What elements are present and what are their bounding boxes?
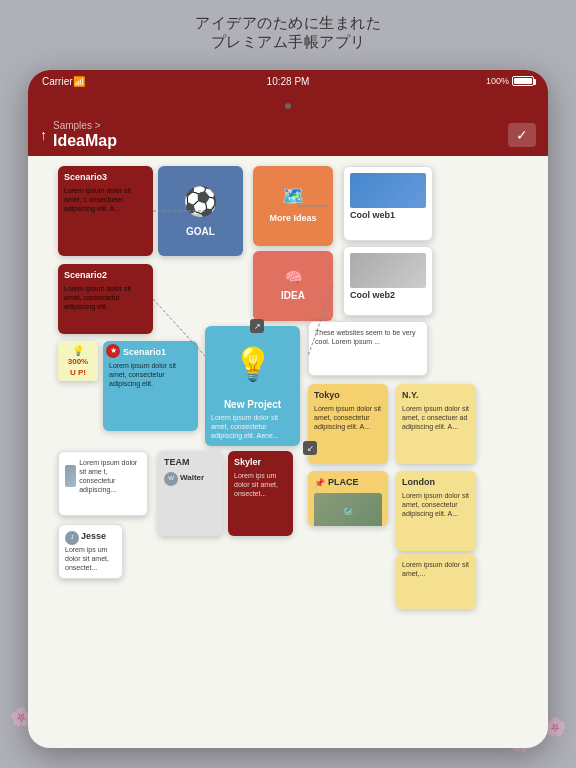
new-project-title: New Project bbox=[211, 398, 294, 411]
tokyo-title: Tokyo bbox=[314, 390, 382, 402]
scenario2-title: Scenario2 bbox=[64, 270, 147, 282]
battery-bar bbox=[512, 76, 534, 86]
place-card[interactable]: 📌 PLACE 🗺️ bbox=[308, 471, 388, 526]
jesse-card[interactable]: J Jesse Lorem ips um dolor sit amet, ons… bbox=[58, 524, 123, 579]
skyler-text: Lorem ips um dolor sit amet, onsectet... bbox=[234, 471, 287, 498]
goal-card[interactable]: ⚽ GOAL bbox=[158, 166, 243, 256]
tokyo-text: Lorem ipsum dolor sit amet, consectetur … bbox=[314, 404, 382, 431]
pin-icon: 📌 bbox=[314, 478, 325, 490]
team-member-name: Walter bbox=[180, 473, 204, 483]
place-title: PLACE bbox=[328, 477, 359, 489]
lorem-bottom-header: Lorem ipsum dolor sit ame t, consectetur… bbox=[65, 458, 141, 494]
tokyo-card[interactable]: Tokyo Lorem ipsum dolor sit amet, consec… bbox=[308, 384, 388, 464]
map-image: 🗺️ bbox=[314, 493, 382, 526]
scenario3-card[interactable]: Scenario3 Lorem ipsum dolor sit amet, c … bbox=[58, 166, 153, 256]
canvas-area[interactable]: Scenario3 Lorem ipsum dolor sit amet, c … bbox=[28, 156, 548, 748]
ideas-icon: 🗺️ bbox=[282, 185, 304, 208]
breadcrumb-label: Samples > bbox=[53, 120, 117, 131]
skyler-card[interactable]: Skyler Lorem ips um dolor sit amet, onse… bbox=[228, 451, 293, 536]
scenario2-text: Lorem ipsum dolor sit amet, consectetur … bbox=[64, 284, 147, 311]
member-avatar: W bbox=[164, 472, 178, 486]
scenario2-card[interactable]: Scenario2 Lorem ipsum dolor sit amet, co… bbox=[58, 264, 153, 334]
cool-web2-card[interactable]: Cool web2 bbox=[343, 246, 433, 316]
london-title: London bbox=[402, 477, 470, 489]
cool-web1-title: Cool web1 bbox=[350, 210, 426, 222]
more-ideas-card[interactable]: 🗺️ More Ideas bbox=[253, 166, 333, 246]
lorem-bottom2-text: Lorem ipsum dolor sit amet,... bbox=[402, 560, 470, 578]
lorem-bottom-card[interactable]: Lorem ipsum dolor sit ame t, consectetur… bbox=[58, 451, 148, 516]
battery-fill bbox=[514, 78, 532, 84]
idea-card[interactable]: 🧠 IDEA bbox=[253, 251, 333, 321]
pct300-label: 300% U P! bbox=[64, 357, 92, 378]
pct300-card[interactable]: 💡 300% U P! bbox=[58, 341, 98, 381]
idea-mindmap-icon: 🧠 bbox=[285, 268, 302, 286]
tagline-area: アイデアのために生まれた プレミアム手帳アプリ bbox=[0, 14, 576, 52]
cool-web2-thumb bbox=[350, 253, 426, 288]
soccer-icon: ⚽ bbox=[183, 184, 218, 220]
tagline-line1: アイデアのために生まれた bbox=[0, 14, 576, 33]
page-title: IdeaMap bbox=[53, 132, 117, 150]
back-arrow-icon[interactable]: ↑ bbox=[40, 127, 47, 143]
tagline-line2: プレミアム手帳アプリ bbox=[0, 33, 576, 52]
camera-dot bbox=[285, 103, 291, 109]
jesse-title: Jesse bbox=[81, 531, 106, 543]
star-badge: ★ bbox=[106, 344, 120, 358]
idea-title: IDEA bbox=[281, 289, 305, 302]
cool-web1-thumb bbox=[350, 173, 426, 208]
ipad-frame: Carrier 📶 10:28 PM 100% ↑ Samples > Idea… bbox=[28, 70, 548, 748]
new-project-text: Lorem ipsum dolor sit amet, consectetur … bbox=[211, 413, 294, 440]
new-project-card[interactable]: 💡 New Project Lorem ipsum dolor sit amet… bbox=[205, 326, 300, 446]
jesse-text: Lorem ips um dolor sit amet, onsectet... bbox=[65, 545, 116, 572]
scenario1-card[interactable]: ★ Scenario1 Lorem ipsum dolor sit amet, … bbox=[103, 341, 198, 431]
lorem-bottom-text: Lorem ipsum dolor sit ame t, consectetur… bbox=[79, 458, 141, 494]
place-header: 📌 PLACE bbox=[314, 477, 382, 491]
scenario3-text: Lorem ipsum dolor sit amet, c onsectueer… bbox=[64, 186, 147, 213]
camera-area bbox=[28, 92, 548, 116]
battery-pct: 100% bbox=[486, 76, 509, 86]
skyler-title: Skyler bbox=[234, 457, 287, 469]
ny-card[interactable]: N.Y. Lorem ipsum dolor sit amet, c onsec… bbox=[396, 384, 476, 464]
breadcrumb-title: Samples > IdeaMap bbox=[53, 120, 117, 150]
photo-thumbnail bbox=[65, 465, 76, 487]
status-bar: Carrier 📶 10:28 PM 100% bbox=[28, 70, 548, 92]
wifi-icon: 📶 bbox=[73, 76, 85, 87]
carrier-label: Carrier bbox=[42, 76, 73, 87]
lightbulb-icon: 💡 bbox=[211, 332, 294, 398]
team-member-row: W Walter bbox=[164, 472, 217, 486]
toolbar-right: ✓ bbox=[508, 123, 536, 147]
cool-web1-card[interactable]: Cool web1 bbox=[343, 166, 433, 241]
team-title: TEAM bbox=[164, 457, 217, 469]
scenario1-text: Lorem ipsum dolor sit amet, consectetur … bbox=[109, 361, 192, 388]
jesse-header: J Jesse bbox=[65, 531, 116, 545]
drag-handle-topleft[interactable]: ↗ bbox=[250, 319, 264, 333]
scenario3-title: Scenario3 bbox=[64, 172, 147, 184]
drag-handle-bottomright[interactable]: ↙ bbox=[303, 441, 317, 455]
more-ideas-title: More Ideas bbox=[269, 213, 316, 225]
websites-card[interactable]: These websites seem to be very cool. Lor… bbox=[308, 321, 428, 376]
time-label: 10:28 PM bbox=[267, 76, 310, 87]
london-text: Lorem ipsum dolor sit amet, consectetur … bbox=[402, 491, 470, 518]
scenario1-title: Scenario1 bbox=[123, 347, 192, 359]
check-button[interactable]: ✓ bbox=[508, 123, 536, 147]
battery-area: 100% bbox=[486, 76, 534, 86]
websites-text: These websites seem to be very cool. Lor… bbox=[315, 328, 421, 346]
jesse-avatar: J bbox=[65, 531, 79, 545]
lorem-bottom2-card[interactable]: Lorem ipsum dolor sit amet,... bbox=[396, 554, 476, 609]
london-card[interactable]: London Lorem ipsum dolor sit amet, conse… bbox=[396, 471, 476, 551]
team-card[interactable]: TEAM W Walter bbox=[158, 451, 223, 536]
ny-title: N.Y. bbox=[402, 390, 470, 402]
toolbar: ↑ Samples > IdeaMap ✓ bbox=[28, 116, 548, 156]
ny-text: Lorem ipsum dolor sit amet, c onsectuer … bbox=[402, 404, 470, 431]
goal-title: GOAL bbox=[186, 225, 215, 238]
cool-web2-title: Cool web2 bbox=[350, 290, 426, 302]
